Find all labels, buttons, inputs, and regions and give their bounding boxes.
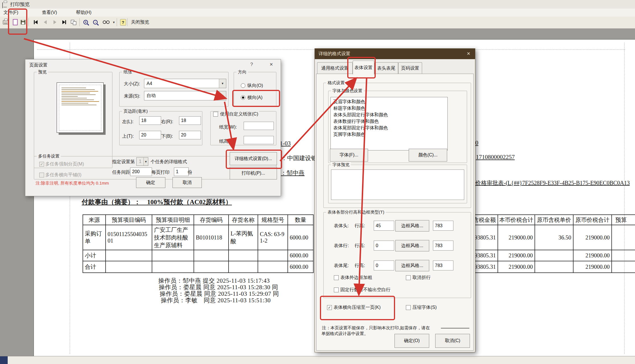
compress-to-one-page-checkbox[interactable]: ✓ (327, 305, 332, 310)
close-icon[interactable]: × (465, 50, 472, 57)
list-item[interactable]: 页眉字体和颜色 (331, 98, 447, 105)
foot-border-value-input[interactable]: 783 (433, 260, 453, 270)
list-item[interactable]: 页脚字体和颜色 (331, 131, 447, 138)
note-rule (441, 328, 469, 328)
landscape-radio[interactable] (241, 95, 245, 100)
first-page-button[interactable] (31, 17, 40, 27)
save-button[interactable] (19, 17, 27, 27)
head-border-value-input[interactable]: 783 (433, 221, 453, 231)
paper-size-combo[interactable]: A4▼ (144, 79, 226, 88)
custom-paper-checkbox[interactable] (213, 112, 218, 117)
paper-height-input[interactable] (244, 136, 274, 144)
page-setup-button[interactable] (11, 17, 19, 27)
color-button[interactable]: 颜色(C)... (409, 149, 447, 162)
print-button[interactable] (2, 17, 10, 27)
dialog-note-line1: 注：本页设置不能保存，只影响本次打印,如需保存，请在 (322, 325, 430, 331)
force-page-break-label[interactable]: 多任务强制分页(M) (45, 161, 84, 167)
foot-height-input[interactable]: 0 (374, 260, 394, 270)
help-button[interactable]: ? (119, 17, 127, 27)
scrollbar-thumb[interactable] (0, 356, 8, 364)
dialog-help-button[interactable]: ? (248, 62, 255, 67)
doc-serial-number: 1710800002257 (476, 154, 515, 161)
list-item[interactable]: 表体头部固定行字体和颜色 (331, 111, 447, 118)
menu-view[interactable]: 查看(V) (41, 10, 58, 15)
force-page-break-checkbox[interactable]: ✓ (39, 162, 44, 167)
outer-border-bold-label[interactable]: 表体外边框加粗 (340, 275, 372, 281)
outer-border-bold-checkbox[interactable] (334, 275, 339, 280)
cell (194, 261, 229, 273)
cell (152, 250, 194, 261)
font-button[interactable]: 字体(F)... (330, 149, 368, 162)
landscape-label[interactable]: 横向(A) (247, 95, 262, 101)
tab-page-number[interactable]: 页码设置 (398, 62, 422, 74)
copies-per-page-input[interactable]: 1 (174, 167, 189, 176)
chevron-down-icon[interactable]: ▼ (219, 91, 226, 100)
col-header: 预算项目明细 (152, 215, 194, 225)
zoom-ratio-dropdown[interactable]: ▼ (112, 17, 116, 27)
tile-horizontal-label[interactable]: 多任务横向平铺(I) (45, 172, 81, 178)
next-page-button[interactable] (51, 17, 59, 27)
margin-right-input[interactable]: 18 (179, 116, 201, 125)
custom-paper-label[interactable]: 使用自定义纸张(C) (219, 111, 259, 117)
margin-top-input[interactable]: 20 (139, 131, 161, 139)
row-height-input[interactable]: 0 (374, 241, 394, 251)
dialog-close-button[interactable]: × (268, 61, 275, 68)
zoom-in-button[interactable]: + (81, 17, 90, 27)
cell: 219000.00 (498, 250, 535, 261)
list-item[interactable]: 标题字体和颜色 (331, 105, 447, 111)
col-header: 来源 (83, 215, 106, 225)
paper-width-input[interactable] (244, 122, 274, 130)
zoom-out-button[interactable]: - (91, 17, 100, 27)
no-blank-rows-checkbox[interactable] (334, 288, 339, 292)
horizontal-scrollbar[interactable] (0, 356, 635, 364)
task-number-combo[interactable]: 1▼ (136, 157, 148, 166)
row-border-value-input[interactable]: 783 (433, 241, 453, 251)
tab-table-body[interactable]: 表体设置 (353, 61, 374, 75)
font-color-listbox[interactable]: 页眉字体和颜色 标题字体和颜色 表体头部固定行字体和颜色 表体数据行字体和颜色 … (330, 97, 448, 150)
cancel-button[interactable]: 取消 (172, 177, 202, 188)
zoom-out-icon: - (93, 20, 98, 24)
group-label: 字体预览 (331, 162, 351, 167)
foot-border-style-button[interactable]: 边框风格... (395, 260, 429, 271)
font-preview-box (331, 169, 464, 200)
detail-format-button[interactable]: 详细格式设置(D)... (230, 152, 277, 165)
last-page-button[interactable] (60, 17, 68, 27)
ok-button[interactable]: 确定 (136, 177, 165, 188)
compress-font-checkbox[interactable] (406, 305, 411, 310)
ok-button[interactable]: 确定(O) (394, 334, 429, 348)
compress-font-label[interactable]: 压缩字体(S) (412, 305, 437, 311)
cell (612, 225, 635, 250)
printer-button[interactable]: 打印机(P)... (230, 167, 277, 179)
multi-page-view-button[interactable] (69, 17, 78, 27)
chevron-down-icon[interactable]: ▼ (219, 79, 226, 88)
compress-to-one-page-label[interactable]: 表体横向压缩至一页(K) (334, 305, 381, 311)
close-preview-button[interactable]: 关闭预览 (129, 17, 151, 27)
margin-left-input[interactable]: 18 (139, 116, 161, 125)
row-border-style-button[interactable]: 边框风格... (395, 240, 429, 251)
head-height-input[interactable]: 45 (374, 221, 394, 231)
menu-help[interactable]: 帮助(H) (75, 10, 93, 15)
tab-general-format[interactable]: 通用格式设置 (317, 62, 353, 74)
list-item[interactable]: 表体数据行字体和颜色 (331, 118, 447, 125)
menu-file[interactable]: 文件(F) (2, 10, 19, 15)
body-row-label: 表体行: (334, 243, 349, 249)
portrait-radio[interactable] (241, 83, 245, 88)
no-blank-rows-label[interactable]: 固定行数时不输出空白行 (340, 287, 391, 293)
tile-horizontal-checkbox[interactable] (39, 173, 44, 177)
zoom-ratio-button[interactable] (100, 17, 112, 27)
cancel-wrap-label[interactable]: 取消折行 (412, 275, 431, 281)
col-header: 存货名称 (229, 215, 258, 225)
cancel-button[interactable]: 取消(C) (435, 334, 470, 348)
prev-page-button[interactable] (41, 17, 50, 27)
cancel-wrap-checkbox[interactable] (406, 275, 411, 280)
paper-source-combo[interactable]: 自动▼ (144, 91, 226, 100)
task-gap-input[interactable]: 200 (130, 167, 152, 176)
multi-page-icon (71, 20, 77, 25)
portrait-label[interactable]: 纵向(O) (247, 83, 263, 89)
list-item[interactable]: 表体尾部固定行字体和颜色 (331, 125, 447, 131)
copies-per-page-label: 每页打印 (151, 169, 170, 175)
margin-bottom-input[interactable]: 20 (179, 131, 201, 139)
tab-header-footer[interactable]: 表头表尾 (374, 62, 398, 74)
group-label: 纸张 (122, 69, 133, 75)
head-border-style-button[interactable]: 边框风格... (395, 220, 429, 231)
